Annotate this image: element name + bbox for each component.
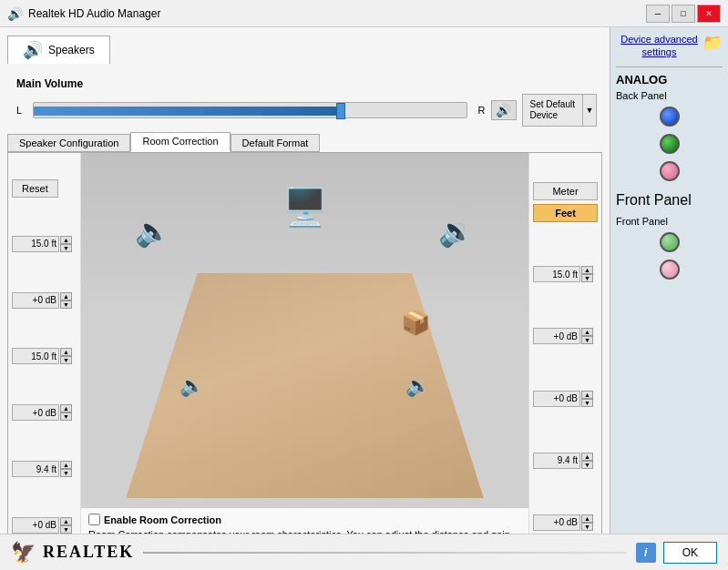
set-default-arrow[interactable]: ▼ bbox=[582, 94, 597, 127]
back-panel-pink-connector[interactable] bbox=[660, 161, 680, 181]
bottom-bar: 🦅 REALTEK i OK bbox=[0, 534, 728, 570]
volume-slider[interactable] bbox=[33, 102, 467, 118]
right-mid-gain-up[interactable]: ▲ bbox=[581, 391, 593, 399]
sub-tab-row: Speaker Configuration Room Correction De… bbox=[7, 132, 602, 152]
right-top-gain-up[interactable]: ▲ bbox=[581, 328, 593, 336]
speaker-visual: 🔈 🔉 🖥️ 📦 🔈 🔉 bbox=[81, 153, 528, 562]
right-panel: Device advanced settings 📁 ANALOG Back P… bbox=[610, 27, 728, 570]
reset-button[interactable]: Reset bbox=[12, 179, 58, 198]
left-mid-gain-row: ▲ ▼ bbox=[12, 404, 77, 421]
right-bot-dist-down[interactable]: ▼ bbox=[581, 461, 593, 469]
front-left-speaker: 🔈 bbox=[135, 214, 171, 249]
tab-default-format[interactable]: Default Format bbox=[231, 134, 321, 152]
front-panel-green-connector[interactable] bbox=[660, 232, 680, 252]
right-mid-gain-down[interactable]: ▼ bbox=[581, 399, 593, 407]
app-icon: 🔊 bbox=[7, 6, 23, 21]
right-bot-dist-input[interactable] bbox=[533, 453, 580, 469]
volume-right-label: R bbox=[478, 105, 486, 116]
back-panel-green-connector[interactable] bbox=[660, 134, 680, 154]
speaker-tab-icon: 🔊 bbox=[23, 40, 43, 60]
enable-room-correction-label[interactable]: Enable Room Correction bbox=[88, 514, 521, 525]
left-mid-gain-down[interactable]: ▼ bbox=[60, 412, 72, 421]
back-panel-blue-connector[interactable] bbox=[660, 107, 680, 127]
right-top-dist-spin: ▲ ▼ bbox=[581, 266, 593, 282]
front-right-speaker: 🔉 bbox=[438, 214, 475, 249]
back-panel-label: Back Panel bbox=[616, 90, 723, 101]
left-top-dist-input[interactable] bbox=[12, 236, 59, 252]
set-default-label[interactable]: Set DefaultDevice bbox=[522, 94, 582, 127]
set-default-button[interactable]: Set DefaultDevice ▼ bbox=[522, 94, 597, 127]
tabs-bar: 🔊 Speakers bbox=[7, 35, 602, 63]
left-top-gain-down[interactable]: ▼ bbox=[60, 300, 72, 309]
left-bot-dist-down[interactable]: ▼ bbox=[60, 469, 72, 477]
right-mid-gain-row: ▲ ▼ bbox=[533, 391, 598, 407]
right-bot-dist-up[interactable]: ▲ bbox=[581, 453, 593, 461]
volume-left-label: L bbox=[16, 105, 22, 116]
maximize-button[interactable]: ☐ bbox=[672, 5, 695, 23]
right-top-dist-up[interactable]: ▲ bbox=[581, 266, 593, 274]
right-bot-gain-down[interactable]: ▼ bbox=[581, 523, 593, 531]
speakers-tab[interactable]: 🔊 Speakers bbox=[7, 36, 110, 64]
right-top-dist-input[interactable] bbox=[533, 266, 580, 282]
left-panel: 🔊 Speakers Main Volume L R 🔊 Set Defaul bbox=[0, 27, 610, 570]
subwoofer: 📦 bbox=[401, 309, 430, 337]
ok-button[interactable]: OK bbox=[663, 542, 717, 564]
left-controls: Reset ▲ ▼ ▲ ▼ bbox=[8, 153, 81, 562]
left-bot-gain-down[interactable]: ▼ bbox=[60, 525, 72, 534]
center-speaker: 🖥️ bbox=[282, 186, 328, 229]
app-title: Realtek HD Audio Manager bbox=[28, 7, 160, 20]
tab-speaker-configuration[interactable]: Speaker Configuration bbox=[7, 134, 130, 152]
left-top-dist-up[interactable]: ▲ bbox=[60, 236, 72, 244]
info-button[interactable]: i bbox=[636, 543, 656, 563]
right-bot-gain-input[interactable] bbox=[533, 514, 580, 531]
left-bot-gain-up[interactable]: ▲ bbox=[60, 517, 72, 525]
volume-thumb[interactable] bbox=[336, 103, 345, 119]
titlebar-left: 🔊 Realtek HD Audio Manager bbox=[7, 6, 160, 21]
right-top-dist-row: ▲ ▼ bbox=[533, 266, 598, 282]
main-container: 🔊 Speakers Main Volume L R 🔊 Set Defaul bbox=[0, 27, 728, 570]
left-top-dist-row: ▲ ▼ bbox=[12, 236, 77, 252]
rear-right-speaker: 🔉 bbox=[405, 374, 430, 398]
left-mid-dist-input[interactable] bbox=[12, 348, 59, 364]
left-top-dist-spin: ▲ ▼ bbox=[60, 236, 72, 252]
minimize-button[interactable]: — bbox=[646, 5, 670, 23]
realtek-logo: 🦅 REALTEK bbox=[11, 541, 134, 565]
right-bot-gain-up[interactable]: ▲ bbox=[581, 514, 593, 523]
right-top-dist-down[interactable]: ▼ bbox=[581, 274, 593, 282]
left-bot-dist-input[interactable] bbox=[12, 461, 59, 477]
right-top-gain-spin: ▲ ▼ bbox=[581, 328, 593, 344]
top-buttons: Meter Feet bbox=[533, 182, 598, 222]
folder-icon: 📁 bbox=[702, 33, 723, 53]
right-top-gain-input[interactable] bbox=[533, 328, 580, 344]
front-panel-label-text: Front Panel bbox=[616, 216, 723, 227]
left-top-gain-up[interactable]: ▲ bbox=[60, 292, 72, 300]
volume-section: Main Volume L R 🔊 Set DefaultDevice ▼ bbox=[7, 72, 602, 132]
left-top-gain-input[interactable] bbox=[12, 292, 59, 309]
meter-button[interactable]: Meter bbox=[533, 182, 598, 200]
left-top-gain-row: ▲ ▼ bbox=[12, 292, 77, 309]
volume-icon[interactable]: 🔊 bbox=[491, 100, 517, 120]
left-mid-gain-up[interactable]: ▲ bbox=[60, 404, 72, 412]
left-bot-gain-spin: ▲ ▼ bbox=[60, 517, 72, 534]
right-bot-dist-row: ▲ ▼ bbox=[533, 453, 598, 469]
speakers-tab-label: Speakers bbox=[48, 44, 95, 56]
right-bot-gain-spin: ▲ ▼ bbox=[581, 514, 593, 531]
close-button[interactable]: ✕ bbox=[697, 5, 721, 23]
left-bot-gain-input[interactable] bbox=[12, 517, 59, 534]
right-mid-gain-spin: ▲ ▼ bbox=[581, 391, 593, 407]
left-mid-gain-spin: ▲ ▼ bbox=[60, 404, 72, 421]
tab-room-correction[interactable]: Room Correction bbox=[130, 132, 230, 152]
left-mid-dist-up[interactable]: ▲ bbox=[60, 348, 72, 356]
feet-button[interactable]: Feet bbox=[533, 204, 598, 222]
enable-room-correction-checkbox[interactable] bbox=[88, 514, 100, 525]
left-mid-dist-down[interactable]: ▼ bbox=[60, 356, 72, 364]
left-top-dist-down[interactable]: ▼ bbox=[60, 244, 72, 252]
right-mid-gain-input[interactable] bbox=[533, 391, 580, 407]
device-advanced-settings-link[interactable]: Device advanced settings bbox=[616, 33, 702, 59]
info-box-title: Enable Room Correction bbox=[104, 514, 221, 525]
left-mid-gain-input[interactable] bbox=[12, 404, 59, 421]
left-mid-dist-row: ▲ ▼ bbox=[12, 348, 77, 364]
left-bot-dist-up[interactable]: ▲ bbox=[60, 461, 72, 469]
front-panel-pink-connector[interactable] bbox=[660, 260, 680, 280]
right-top-gain-down[interactable]: ▼ bbox=[581, 336, 593, 344]
